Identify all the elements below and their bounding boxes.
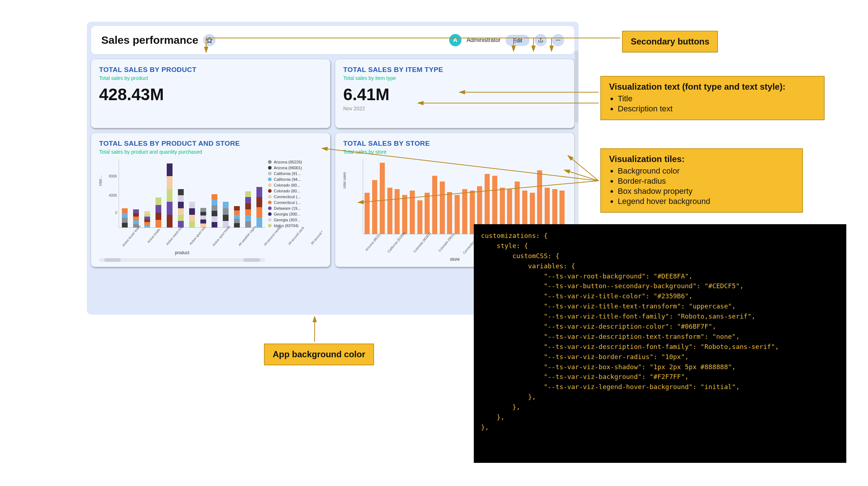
bar <box>545 159 550 234</box>
bar <box>395 159 400 234</box>
scroll-thumb[interactable] <box>575 51 578 123</box>
legend-item[interactable]: Connecticut (... <box>268 194 322 200</box>
bar <box>176 159 186 227</box>
bar <box>425 159 430 234</box>
legend-swatch <box>268 172 272 175</box>
legend-label: Arizona (86001) <box>274 166 302 170</box>
legend-item[interactable]: Georgia (303... <box>268 217 322 223</box>
more-button[interactable] <box>552 34 564 46</box>
callout-title: Visualization text (font type and text s… <box>609 82 816 92</box>
callout-secondary-buttons: Secondary buttons <box>622 31 718 52</box>
tile-title: TOTAL SALES BY PRODUCT AND STORE <box>99 140 322 148</box>
bar <box>477 159 482 234</box>
star-icon <box>206 37 213 43</box>
bar <box>559 159 565 234</box>
scroll-thumb[interactable] <box>243 258 260 262</box>
callout-item: Description text <box>618 104 816 114</box>
bar <box>537 159 542 234</box>
legend-swatch <box>268 195 272 199</box>
bar <box>515 159 520 234</box>
bar <box>522 159 527 234</box>
tile-desc: Total sales by item type <box>343 75 566 81</box>
legend-item[interactable]: Georgia (300... <box>268 211 322 217</box>
callout-item: Background color <box>618 166 794 176</box>
legend-label: California (91... <box>274 171 301 176</box>
tile-total-sales-by-product-and-store[interactable]: TOTAL SALES BY PRODUCT AND STORE Total s… <box>91 133 330 267</box>
legend-label: Colorado (80... <box>274 183 300 187</box>
bar <box>455 159 460 234</box>
bar <box>469 159 475 234</box>
bar <box>417 159 422 234</box>
callout-title: Visualization tiles: <box>609 154 794 164</box>
legend-item[interactable]: Arizona (85226) <box>268 159 322 165</box>
bar <box>243 159 252 227</box>
callout-viz-text: Visualization text (font type and text s… <box>600 76 825 120</box>
svg-point-2 <box>558 40 559 41</box>
legend-swatch <box>268 166 272 170</box>
edit-button[interactable]: Edit <box>506 35 529 46</box>
kpi-value: 6.41M <box>343 85 566 104</box>
legend-label: Connecticut (... <box>274 200 301 205</box>
tile-total-sales-by-item-type[interactable]: TOTAL SALES BY ITEM TYPE Total sales by … <box>335 59 574 128</box>
code-snippet: customizations: { style: { customCSS: { … <box>474 224 846 463</box>
legend-item[interactable]: Delaware (19... <box>268 205 322 211</box>
tile-title: TOTAL SALES BY ITEM TYPE <box>343 66 566 74</box>
bar <box>402 159 408 234</box>
bar <box>447 159 452 234</box>
bar <box>529 159 535 234</box>
bar <box>409 159 415 234</box>
app-scrollbar[interactable] <box>575 51 578 231</box>
favorite-button[interactable] <box>203 34 216 46</box>
legend-swatch <box>268 206 272 210</box>
legend-swatch <box>268 178 272 181</box>
share-icon <box>538 37 544 43</box>
legend-swatch <box>268 183 272 187</box>
bar <box>439 159 445 234</box>
share-button[interactable] <box>535 34 547 46</box>
tile-total-sales-by-product[interactable]: TOTAL SALES BY PRODUCT Total sales by pr… <box>91 59 330 128</box>
tile-title: TOTAL SALES BY PRODUCT <box>99 66 322 74</box>
legend-swatch <box>268 160 272 164</box>
bar <box>387 159 392 234</box>
callout-viz-tiles: Visualization tiles: Background colorBor… <box>600 148 803 213</box>
legend-label: Georgia (300... <box>274 212 300 216</box>
bar <box>210 159 219 227</box>
legend-swatch <box>268 201 272 204</box>
svg-point-3 <box>559 40 560 41</box>
legend-item[interactable]: Colorado (80... <box>268 188 322 194</box>
legend-swatch <box>268 212 272 216</box>
legend-label: Georgia (303... <box>274 218 300 222</box>
avatar[interactable]: A <box>449 34 461 46</box>
legend-item[interactable]: Idaho (83704) <box>268 223 322 229</box>
legend-item[interactable]: California (91... <box>268 171 322 176</box>
legend-label: Delaware (19... <box>274 206 301 210</box>
avatar-initial: A <box>453 37 458 43</box>
kpi-subtext: Nov 2022 <box>343 106 566 111</box>
bar <box>492 159 497 234</box>
legend-item[interactable]: Arizona (86001) <box>268 165 322 171</box>
bar <box>372 159 378 234</box>
bar <box>379 159 385 234</box>
dashboard-header: Sales performance A Administrator Edit <box>91 26 574 54</box>
callout-item: Title <box>618 94 816 103</box>
bar <box>255 159 264 227</box>
bar <box>507 159 512 234</box>
bar <box>552 159 557 234</box>
callout-item: Box shadow property <box>618 187 794 196</box>
bar <box>199 159 208 227</box>
chart-scrollbar[interactable] <box>99 258 265 262</box>
bar <box>432 159 438 234</box>
callout-item: Border-radius <box>618 176 794 186</box>
legend-item[interactable]: California (94... <box>268 176 322 182</box>
legend-item[interactable]: Connecticut (... <box>268 200 322 205</box>
legend-item[interactable]: Colorado (80... <box>268 182 322 188</box>
callout-item: Legend hover background <box>618 197 794 206</box>
bar <box>120 159 129 227</box>
y-axis-label: Total sales <box>343 172 346 189</box>
bar <box>143 159 152 227</box>
y-axis-label: Total ... <box>99 175 102 187</box>
scroll-thumb[interactable] <box>104 258 121 262</box>
bar <box>165 159 174 227</box>
bar <box>485 159 490 234</box>
page-title: Sales performance <box>101 34 198 46</box>
